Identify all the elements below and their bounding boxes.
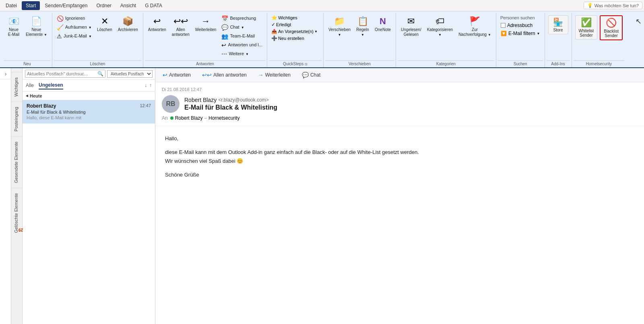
online-status-dot	[170, 116, 173, 120]
neu-erstellen-label: Neu erstellen	[278, 36, 304, 41]
filter-tab-alle[interactable]: Alle	[26, 82, 34, 89]
allen-icon: ↩↩	[173, 16, 188, 27]
menu-start[interactable]: Start	[22, 1, 40, 10]
ribbon-group-addins: 🏪 Store Add-Ins	[545, 13, 572, 67]
menu-ordner[interactable]: Ordner	[92, 1, 115, 10]
personen-suchen-input[interactable]: Personen suchen	[499, 15, 537, 21]
whitelist-button[interactable]: ✅ WhitelistSender	[575, 15, 598, 39]
ribbon-group-loeschen: 🚫 Ignorieren 🧹 Aufräumen ▼ ⚠ Junk-E-Mail…	[52, 13, 143, 67]
ignorieren-button[interactable]: 🚫 Ignorieren	[55, 15, 94, 23]
reading-weiterleiten-button[interactable]: → Weiterleiten	[256, 71, 293, 79]
sidebar-tab-posteingang[interactable]: Posteingang	[11, 102, 22, 136]
sidebar-tab-geloeschte[interactable]: Gelöschte Elemente 29	[11, 188, 22, 238]
email-from-name: Robert Blazy	[184, 97, 217, 103]
reading-chat-button[interactable]: 💬 Chat	[299, 71, 323, 79]
antworten-button[interactable]: ↩ Antworten	[146, 15, 169, 34]
weiterleiten-button[interactable]: → Weiterleiten	[193, 15, 219, 34]
neue-elemente-button[interactable]: 📄 NeueElemente ▼	[23, 15, 50, 39]
reading-antworten-button[interactable]: ↩ Antworten	[160, 71, 193, 79]
team-email-label: Team-E-Mail	[230, 33, 255, 39]
chat-button[interactable]: 💬 Chat ▼	[219, 23, 264, 31]
ribbon-group-quicksteps-title: QuickSteps ⊡	[269, 60, 322, 67]
erledigt-icon: ✓	[271, 22, 275, 27]
mail-filter-tabs: Alle Ungelesen ↓ ↑	[23, 80, 155, 91]
email-to-label: An	[162, 115, 168, 121]
sidebar-tab-wichtiges[interactable]: Wichtiges	[11, 72, 22, 102]
email-from-row: RB Robert Blazy <r.blazy@outlook.com> E-…	[162, 95, 638, 113]
onenote-button[interactable]: N OneNote	[372, 15, 393, 34]
allen-antworten-button[interactable]: ↩↩ Allenantworten	[169, 15, 192, 39]
mehr-button[interactable]: ⋯ Weitere ▼	[219, 50, 264, 58]
filter-tab-ungelesen[interactable]: Ungelesen	[39, 81, 63, 89]
adressbuch-button[interactable]: Adressbuch	[499, 22, 542, 29]
store-button[interactable]: 🏪 Store	[548, 15, 568, 34]
team-email-icon: 👥	[221, 33, 228, 39]
email-header: Di 21.08.2018 12:47 RB Robert Blazy <r.b…	[155, 82, 644, 126]
archivieren-button[interactable]: 📦 Archivieren	[116, 15, 140, 34]
geloeschte-label: Gelöschte Elemente	[14, 193, 19, 233]
verschieben-label: Verschieben	[328, 27, 351, 32]
menu-senden[interactable]: Senden/Empfangen	[41, 1, 91, 10]
nachverfolgung-icon: 🚩	[469, 16, 480, 27]
menu-gdata[interactable]: G DATA	[141, 1, 166, 10]
quicksteps-expand-btn[interactable]: ⊡	[305, 62, 308, 66]
antworten-und-button[interactable]: ↩ Antworten und l...	[219, 41, 264, 49]
reading-weiterleiten-label: Weiterleiten	[265, 72, 291, 78]
vorgesetzte-quickstep[interactable]: 📤 An Vorgesetzte(n) ▼	[270, 28, 319, 35]
regeln-button[interactable]: 📋 Regeln ▼	[354, 15, 372, 38]
antworten-und-label: Antworten und l...	[228, 42, 262, 48]
search-input-wrap[interactable]: 🔍	[25, 70, 105, 78]
menu-bar: Datei Start Senden/Empfangen Ordner Ansi…	[0, 0, 644, 11]
nachverfolgung-button[interactable]: 🚩 ZurNachverfolgung ▼	[456, 15, 493, 39]
antworten-und-icon: ↩	[221, 42, 226, 48]
geloeschte-badge: 29	[19, 228, 23, 232]
neue-email-icon: 📧	[8, 16, 19, 27]
junk-icon: ⚠	[57, 33, 62, 39]
loeschen-button[interactable]: ✕ Löschen	[95, 15, 115, 34]
nav-expand-button[interactable]: ›	[0, 68, 11, 79]
email-filtern-button[interactable]: 🔽 E-Mail filtern ▼	[499, 30, 542, 37]
adressbuch-label: Adressbuch	[507, 23, 533, 28]
kategorisieren-label: Kategorisieren	[427, 27, 453, 32]
sort-down-icon[interactable]: ↓	[144, 83, 147, 88]
help-search-box[interactable]: 💡 Was möchten Sie tun?	[584, 2, 642, 9]
aufraeumen-button[interactable]: 🧹 Aufräumen ▼	[55, 23, 94, 31]
ribbon-group-addins-title: Add-Ins	[547, 60, 570, 67]
whitelist-icon: ✅	[581, 17, 592, 28]
menu-datei[interactable]: Datei	[2, 1, 21, 10]
reading-chat-icon: 💬	[302, 72, 309, 78]
regeln-icon: 📋	[357, 16, 368, 27]
menu-ansicht[interactable]: Ansicht	[116, 1, 140, 10]
sidebar-tab-gesendete[interactable]: Gesendete Elemente	[11, 136, 22, 188]
vorgesetzte-label: An Vorgesetzte(n)	[278, 29, 314, 34]
neue-email-button[interactable]: 📧 NeueE-Mail	[5, 15, 23, 39]
search-input[interactable]	[27, 71, 97, 76]
verschieben-button[interactable]: 📁 Verschieben ▼	[326, 15, 353, 38]
mehr-icon: ⋯	[221, 51, 227, 57]
email-date: Di 21.08.2018 12:47	[162, 87, 638, 92]
archivieren-icon: 📦	[122, 16, 133, 27]
group-collapse-icon[interactable]: ◂	[26, 93, 28, 98]
ungelesen-button[interactable]: ✉ Ungelesen/Gelesen	[398, 15, 424, 39]
erledigt-quickstep[interactable]: ✓ Erledigt	[270, 21, 293, 28]
neu-erstellen-icon: ➕	[271, 35, 277, 41]
kategorisieren-button[interactable]: 🏷 Kategorisieren ▼	[425, 15, 455, 38]
neu-erstellen-quickstep[interactable]: ➕ Neu erstellen	[270, 35, 306, 42]
neue-elemente-icon: 📄	[31, 16, 42, 27]
loeschen-label: Löschen	[97, 27, 112, 32]
search-icon[interactable]: 🔍	[97, 71, 103, 77]
weiterleiten-icon: →	[201, 16, 210, 27]
team-email-button[interactable]: 👥 Team-E-Mail	[219, 32, 264, 40]
sort-up-icon[interactable]: ↑	[149, 83, 152, 88]
reading-allen-button[interactable]: ↩↩ Allen antworten	[200, 71, 249, 79]
email-body: Hallo, diese E-Mail kann mit dem Outlook…	[155, 126, 644, 324]
blacklist-button[interactable]: 🚫 BlacklistSender	[600, 15, 623, 40]
ribbon-group-quicksteps: ⭐ Wichtiges ✓ Erledigt 📤 An Vorgesetzte(…	[267, 13, 324, 67]
ribbon-group-loeschen-title: Löschen	[54, 60, 141, 67]
search-scope-select[interactable]: Aktuelles Postfach	[107, 70, 153, 78]
wichtiges-quickstep[interactable]: ⭐ Wichtiges	[270, 15, 299, 21]
aufraeumen-label: Aufräumen	[65, 25, 87, 30]
besprechung-button[interactable]: 📅 Besprechung	[219, 15, 264, 23]
mail-item[interactable]: Robert Blazy E-Mail für Black & Whitelis…	[23, 100, 155, 124]
junk-button[interactable]: ⚠ Junk-E-Mail ▼	[55, 32, 94, 40]
